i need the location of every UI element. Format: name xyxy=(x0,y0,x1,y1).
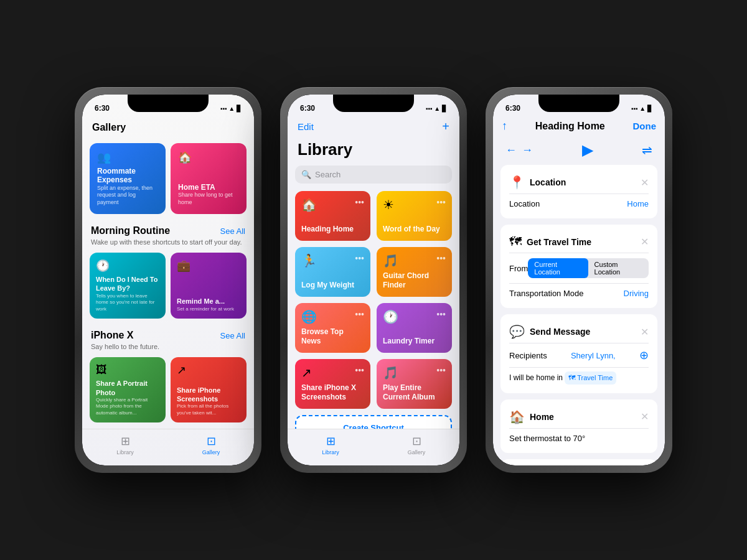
home-eta-subtitle: Share how long to get home xyxy=(178,192,239,206)
travel-x-btn[interactable]: ✕ xyxy=(641,236,649,248)
search-row[interactable]: 🔍 Search xyxy=(509,465,649,466)
message-card-title: Send Message xyxy=(530,327,590,337)
top-news-dots[interactable]: ••• xyxy=(355,309,364,327)
library-title: Library xyxy=(288,138,459,166)
heading-home-dots[interactable]: ••• xyxy=(355,197,364,215)
iphonex-see-all[interactable]: See All xyxy=(220,331,245,340)
status-time-3: 6:30 xyxy=(505,104,520,113)
portrait-card[interactable]: 🖼 Share A Portrait Photo Quickly share a… xyxy=(90,357,166,422)
gallery-content[interactable]: 👥 Roommate Expenses Split an expense, th… xyxy=(82,143,254,429)
home-card: 🏠 Home ✕ Set thermostat to 70° xyxy=(500,399,657,453)
from-label: From xyxy=(509,264,528,273)
travel-card-icon: 🗺 xyxy=(509,235,522,249)
play-row: ← → ▶ ⇌ xyxy=(493,138,665,165)
grid-screenshots[interactable]: ↗ ••• Share iPhone X Screenshots xyxy=(295,359,370,409)
album-icon: 🎵 xyxy=(383,365,398,380)
search-placeholder: Search xyxy=(315,170,341,179)
transport-value[interactable]: Driving xyxy=(624,289,649,298)
log-weight-dots[interactable]: ••• xyxy=(355,253,364,271)
custom-loc-btn[interactable]: Custom Location xyxy=(588,258,649,278)
home-x-btn[interactable]: ✕ xyxy=(641,411,649,422)
tab-gallery-1[interactable]: ⊡ Gallery xyxy=(168,434,254,455)
featured-card-home-eta[interactable]: 🏠 Home ETA Share how long to get home xyxy=(171,143,247,214)
forward-icon[interactable]: → xyxy=(522,144,533,157)
location-card-title: Location xyxy=(530,177,566,187)
location-card: 📍 Location ✕ Location Home xyxy=(500,165,657,218)
location-label: Location xyxy=(509,199,540,208)
iphonex-cards: 🖼 Share A Portrait Photo Quickly share a… xyxy=(82,357,254,429)
leave-title: When Do I Need To Leave By? xyxy=(96,275,159,293)
grid-current-album[interactable]: 🎵 ••• Play Entire Current Album xyxy=(377,359,452,409)
featured-cards: 👥 Roommate Expenses Split an expense, th… xyxy=(82,143,254,223)
remind-card[interactable]: 💼 Remind Me a... Set a reminder for at w… xyxy=(171,253,247,319)
morning-see-all[interactable]: See All xyxy=(220,226,245,236)
phones-container: 6:30 ▪▪▪ ▲ ▊ Gallery 👥 Roommate Expenses… xyxy=(62,62,685,498)
back-icon[interactable]: ← xyxy=(505,144,517,157)
create-shortcut-label: Create Shortcut xyxy=(343,423,404,429)
remind-desc: Set a reminder for at work xyxy=(177,306,240,312)
tab-library-2[interactable]: ⊞ Library xyxy=(288,434,374,455)
screenshots-card[interactable]: ↗ Share iPhone Screenshots Pick from all… xyxy=(171,357,247,422)
detail-nav: ↑ Heading Home Done xyxy=(493,117,665,138)
search-card[interactable]: 🔍 Search xyxy=(500,459,657,466)
location-seg[interactable]: Current Location Custom Location xyxy=(528,258,649,278)
share-icon[interactable]: ↑ xyxy=(502,119,507,133)
settings-btn[interactable]: ⇌ xyxy=(642,142,652,157)
portrait-title: Share A Portrait Photo xyxy=(96,379,159,397)
location-x-btn[interactable]: ✕ xyxy=(641,177,649,189)
nav-icons: ← → xyxy=(505,144,533,157)
message-x-btn[interactable]: ✕ xyxy=(641,326,649,338)
status-icons-2: ▪▪▪ ▲ ▊ xyxy=(426,105,447,112)
recipient-tag[interactable]: Sheryl Lynn, xyxy=(571,351,616,360)
album-dots[interactable]: ••• xyxy=(436,365,446,383)
grid-word-day[interactable]: ☀ ••• Word of the Day xyxy=(377,191,452,241)
home-card-title: Home xyxy=(530,412,554,422)
screenshots2-dots[interactable]: ••• xyxy=(355,365,364,383)
status-icons-1: ▪▪▪ ▲ ▊ xyxy=(220,105,242,112)
home-eta-icon: 🏠 xyxy=(178,151,239,164)
guitar-icon: 🎵 xyxy=(383,253,398,268)
portrait-icon: 🖼 xyxy=(96,363,159,376)
guitar-dots[interactable]: ••• xyxy=(436,253,446,271)
leave-by-card[interactable]: 🕐 When Do I Need To Leave By? Tells you … xyxy=(90,253,166,319)
roommate-title: Roommate Expenses xyxy=(97,167,158,185)
play-btn[interactable]: ▶ xyxy=(582,141,593,159)
library-content[interactable]: 🏠 ••• Heading Home ☀ ••• Word of the Day xyxy=(288,191,459,429)
featured-card-roommate[interactable]: 👥 Roommate Expenses Split an expense, th… xyxy=(90,143,166,214)
location-row: Location Home xyxy=(509,195,649,212)
gallery-tab-icon-1: ⊡ xyxy=(207,434,216,448)
laundry-dots[interactable]: ••• xyxy=(436,309,446,327)
search-icon: 🔍 xyxy=(301,170,311,179)
transport-row: Transportation Mode Driving xyxy=(509,285,649,302)
tab-gallery-label-2: Gallery xyxy=(408,449,426,455)
gallery-title: Gallery xyxy=(92,119,126,139)
laundry-title: Laundry Timer xyxy=(383,337,446,347)
roommate-icon: 👥 xyxy=(97,151,158,164)
library-search[interactable]: 🔍 Search xyxy=(295,166,452,184)
add-recipient-btn[interactable]: ⊕ xyxy=(639,348,649,362)
tab-library-1[interactable]: ⊞ Library xyxy=(82,434,168,455)
grid-top-news[interactable]: 🌐 ••• Browse Top News xyxy=(295,303,370,353)
word-day-title: Word of the Day xyxy=(383,225,446,235)
iphonex-desc: Say hello to the future. xyxy=(82,342,254,357)
done-btn[interactable]: Done xyxy=(633,121,657,131)
edit-btn[interactable]: Edit xyxy=(298,121,314,132)
grid-heading-home[interactable]: 🏠 ••• Heading Home xyxy=(295,191,370,241)
grid-laundry[interactable]: 🕐 ••• Laundry Timer xyxy=(377,303,452,353)
add-btn[interactable]: + xyxy=(442,119,449,134)
top-news-icon: 🌐 xyxy=(301,309,317,324)
leave-icon: 🕐 xyxy=(96,259,159,273)
thermostat-label: Set thermostat to 70° xyxy=(509,434,585,443)
create-shortcut-cell[interactable]: Create Shortcut + xyxy=(295,415,452,429)
tab-gallery-2[interactable]: ⊡ Gallery xyxy=(374,434,459,455)
grid-log-weight[interactable]: 🏃 ••• Log My Weight xyxy=(295,247,370,297)
word-day-dots[interactable]: ••• xyxy=(436,197,446,215)
detail-content[interactable]: 📍 Location ✕ Location Home xyxy=(493,165,665,465)
current-loc-btn[interactable]: Current Location xyxy=(528,258,588,278)
notch-3 xyxy=(538,95,619,112)
grid-guitar[interactable]: 🎵 ••• Guitar Chord Finder xyxy=(377,247,452,297)
tab-library-label-1: Library xyxy=(116,449,134,455)
travel-time-card: 🗺 Get Travel Time ✕ From Current Locatio… xyxy=(500,225,657,308)
library-nav: Edit + xyxy=(288,117,459,138)
location-value[interactable]: Home xyxy=(627,199,649,208)
